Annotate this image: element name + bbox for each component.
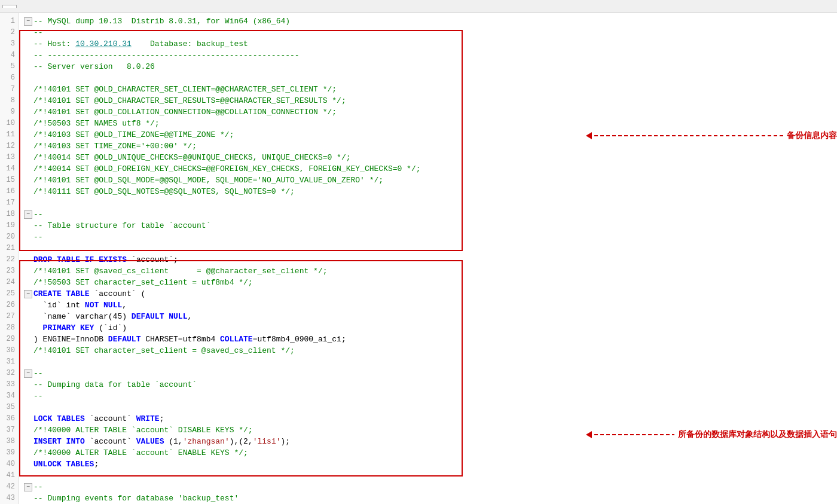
code-token: 'lisi'	[253, 436, 281, 447]
line-number: 13	[0, 152, 19, 163]
code-token: `account` (	[90, 288, 146, 300]
fold-marker[interactable]: −	[24, 210, 32, 219]
code-line: ) ENGINE=InnoDB DEFAULT CHARSET=utf8mb4 …	[24, 334, 837, 345]
annotation-arrowhead	[586, 132, 592, 139]
line-number: 8	[0, 95, 19, 106]
line-number: 38	[0, 436, 19, 447]
code-token: /*!40101 SET @saved_cs_client = @@charac…	[33, 265, 327, 277]
code-token: `account`	[85, 413, 136, 424]
code-line: /*!40101 SET @OLD_COLLATION_CONNECTION=@…	[24, 106, 837, 118]
code-line: /*!40014 SET @OLD_FOREIGN_KEY_CHECKS=@@F…	[24, 163, 837, 175]
code-token: ;	[160, 413, 164, 424]
code-token: -- -------------------------------------…	[33, 50, 300, 61]
code-token: INSERT INTO	[33, 436, 85, 447]
code-token: `account`;	[127, 254, 178, 265]
code-token: --	[33, 481, 43, 493]
line-number: 17	[0, 197, 19, 209]
code-line: /*!40101 SET @OLD_SQL_MODE=@@SQL_MODE, S…	[24, 175, 837, 186]
code-line: -- Dumping data for table `account`	[24, 379, 837, 390]
code-token: /*!40101 SET @OLD_SQL_MODE=@@SQL_MODE, S…	[33, 175, 383, 186]
code-line: /*!40014 SET @OLD_UNIQUE_CHECKS=@@UNIQUE…	[24, 152, 837, 163]
fold-marker[interactable]: −	[24, 290, 32, 298]
annotation-line	[594, 434, 674, 435]
code-token: --	[33, 27, 43, 38]
code-token: CREATE TABLE	[33, 288, 90, 300]
line-number: 18	[0, 209, 19, 220]
code-line	[24, 72, 837, 84]
line-number: 19	[0, 220, 19, 231]
line-number: 2	[0, 27, 19, 38]
code-token: (1,	[164, 436, 182, 447]
fold-marker[interactable]: −	[24, 369, 32, 378]
code-token: /*!50503 SET character_set_client = utf8…	[33, 277, 253, 288]
line-number: 30	[0, 345, 19, 356]
line-number: 5	[0, 61, 19, 72]
code-token: VALUES	[136, 436, 164, 447]
code-line: PRIMARY KEY (`id`)	[24, 322, 837, 334]
line-number: 23	[0, 265, 19, 277]
code-line: -- Host: 10.30.210.31 Database: backup_t…	[24, 38, 837, 50]
code-line: /*!40000 ALTER TABLE `account` ENABLE KE…	[24, 447, 837, 459]
title-bar	[0, 0, 837, 13]
line-number: 36	[0, 413, 19, 424]
line-number: 26	[0, 300, 19, 311]
code-token: ,	[187, 311, 192, 322]
code-token: -- Server version 8.0.26	[33, 61, 155, 72]
code-token: CHARSET=utf8mb4	[140, 334, 220, 345]
line-number: 31	[0, 356, 19, 368]
code-token: -- Dumping events for database 'backup_t…	[33, 493, 239, 504]
line-number: 1	[0, 16, 19, 27]
line-number: 7	[0, 84, 19, 95]
code-line: −CREATE TABLE `account` (	[24, 288, 837, 300]
code-token: (`id`)	[94, 322, 127, 334]
annotation: 所备份的数据库对象结构以及数据插入语句	[586, 429, 837, 440]
code-token: --	[33, 231, 43, 243]
line-number: 20	[0, 231, 19, 243]
code-token: --	[33, 209, 43, 220]
code-line: −-- MySQL dump 10.13 Distrib 8.0.31, for…	[24, 16, 837, 27]
code-token: /*!40101 SET @OLD_CHARACTER_SET_CLIENT=@…	[33, 84, 337, 95]
code-token: WRITE	[136, 413, 160, 424]
code-token: ,	[122, 300, 127, 311]
code-line	[24, 197, 837, 209]
code-token	[33, 322, 43, 334]
code-line: -- Server version 8.0.26	[24, 61, 837, 72]
line-number: 28	[0, 322, 19, 334]
line-number: 24	[0, 277, 19, 288]
code-line: /*!40101 SET @OLD_CHARACTER_SET_CLIENT=@…	[24, 84, 837, 95]
line-number: 33	[0, 379, 19, 390]
code-line: −--	[24, 209, 837, 220]
code-token: NOT NULL	[85, 300, 122, 311]
code-token: --	[33, 390, 43, 402]
code-token: /*!40103 SET @OLD_TIME_ZONE=@@TIME_ZONE …	[33, 129, 234, 140]
code-line	[24, 470, 837, 481]
line-number: 40	[0, 459, 19, 470]
code-line: /*!50503 SET character_set_client = utf8…	[24, 277, 837, 288]
code-token: /*!40101 SET @OLD_CHARACTER_SET_RESULTS=…	[33, 95, 346, 106]
code-token: /*!50503 SET NAMES utf8 */;	[33, 118, 160, 129]
code-token: 10.30.210.31	[75, 38, 132, 50]
editor: 1234567891011121314151617181920212223242…	[0, 13, 837, 504]
line-number: 4	[0, 50, 19, 61]
code-token: /*!40000 ALTER TABLE `account` ENABLE KE…	[33, 447, 248, 459]
fold-marker[interactable]: −	[24, 483, 32, 491]
line-number: 6	[0, 72, 19, 84]
code-token: Database: backup_test	[132, 38, 248, 50]
code-line: UNLOCK TABLES;	[24, 459, 837, 470]
line-number: 14	[0, 163, 19, 175]
code-token: COLLATE	[220, 334, 253, 345]
code-token: DEFAULT NULL	[132, 311, 188, 322]
code-token: --	[33, 368, 43, 379]
code-line: LOCK TABLES `account` WRITE;	[24, 413, 837, 424]
code-line: /*!40111 SET @OLD_SQL_NOTES=@@SQL_NOTES,…	[24, 186, 837, 197]
line-number: 34	[0, 390, 19, 402]
line-number: 25	[0, 288, 19, 300]
code-line	[24, 356, 837, 368]
code-token: /*!40101 SET character_set_client = @sav…	[33, 345, 295, 356]
line-number: 11	[0, 129, 19, 140]
code-token: DEFAULT	[108, 334, 141, 345]
code-token: LOCK TABLES	[33, 413, 85, 424]
fold-marker[interactable]: −	[24, 17, 32, 26]
file-tab[interactable]	[2, 5, 17, 8]
line-number: 12	[0, 140, 19, 152]
